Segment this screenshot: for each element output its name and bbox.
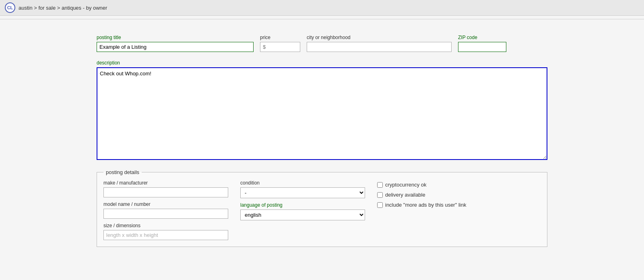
condition-label: condition <box>240 180 365 186</box>
price-label: price <box>260 35 300 40</box>
size-input[interactable] <box>103 230 228 240</box>
language-select[interactable]: english español 中文 <box>240 209 365 220</box>
details-inner: make / manufacturer model name / number … <box>103 180 541 240</box>
model-label: model name / number <box>103 201 228 207</box>
crypto-label: cryptocurrency ok <box>385 182 427 188</box>
city-input[interactable] <box>307 42 452 52</box>
make-label: make / manufacturer <box>103 180 228 186</box>
delivery-checkbox[interactable] <box>377 192 383 198</box>
crypto-checkbox-label[interactable]: cryptocurrency ok <box>377 182 466 188</box>
details-right-col: cryptocurrency ok delivery available inc… <box>377 180 466 240</box>
zip-input[interactable] <box>458 42 506 52</box>
size-group: size / dimensions <box>103 223 228 240</box>
make-input[interactable] <box>103 187 228 197</box>
more-ads-checkbox-label[interactable]: include "more ads by this user" link <box>377 202 466 208</box>
description-group: description Check out Whop.com! <box>97 60 547 161</box>
zip-label: ZIP code <box>458 35 506 40</box>
zip-group: ZIP code <box>458 35 506 52</box>
condition-select[interactable]: - new like new excellent good fair salva… <box>240 187 365 198</box>
details-middle-col: condition - new like new excellent good … <box>240 180 365 240</box>
more-ads-label: include "more ads by this user" link <box>385 202 466 208</box>
price-input[interactable] <box>260 42 300 52</box>
top-bar: CL austin > for sale > antiques - by own… <box>0 0 644 16</box>
size-label: size / dimensions <box>103 223 228 228</box>
posting-title-input[interactable] <box>97 42 254 52</box>
city-group: city or neighborhood <box>307 35 452 52</box>
posting-details-fieldset: posting details make / manufacturer mode… <box>97 169 547 247</box>
details-left-col: make / manufacturer model name / number … <box>103 180 228 240</box>
model-input[interactable] <box>103 209 228 219</box>
top-form-row: posting title price city or neighborhood… <box>97 35 547 52</box>
breadcrumb: austin > for sale > antiques - by owner <box>19 5 107 11</box>
posting-title-label: posting title <box>97 35 254 40</box>
description-textarea[interactable]: Check out Whop.com! <box>97 67 547 160</box>
delivery-label: delivery available <box>385 192 425 198</box>
language-label: language of posting <box>240 202 365 208</box>
price-group: price <box>260 35 300 52</box>
model-group: model name / number <box>103 201 228 219</box>
condition-group: condition - new like new excellent good … <box>240 180 365 198</box>
posting-title-group: posting title <box>97 35 254 52</box>
crypto-checkbox[interactable] <box>377 182 383 188</box>
cl-logo: CL <box>5 2 15 13</box>
delivery-checkbox-label[interactable]: delivery available <box>377 192 466 198</box>
city-label: city or neighborhood <box>307 35 452 40</box>
main-content: posting title price city or neighborhood… <box>89 23 555 259</box>
more-ads-checkbox[interactable] <box>377 202 383 208</box>
make-group: make / manufacturer <box>103 180 228 197</box>
description-label: description <box>97 60 547 66</box>
language-group: language of posting english español 中文 <box>240 202 365 220</box>
posting-details-legend: posting details <box>103 169 142 175</box>
